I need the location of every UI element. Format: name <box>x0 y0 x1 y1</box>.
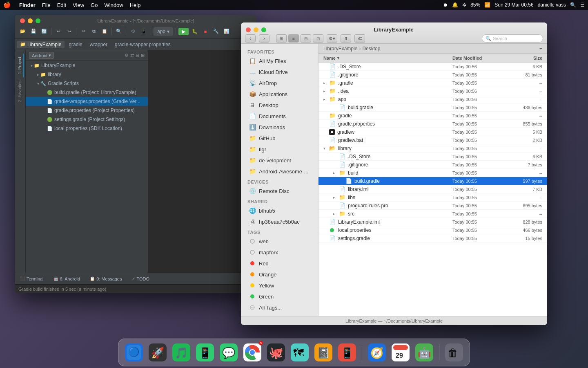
menubar-file[interactable]: File <box>42 2 51 8</box>
sidebar-item-development[interactable]: 📁 de-velopment <box>243 155 316 166</box>
dock-messages[interactable]: 💬 <box>218 342 239 363</box>
menubar-view[interactable]: View <box>73 2 84 8</box>
menubar-notification[interactable]: 🔔 <box>452 2 458 8</box>
menubar-edit[interactable]: Edit <box>57 2 66 8</box>
as-stop-btn[interactable]: ■ <box>201 27 210 36</box>
tree-item-build-gradle-proj[interactable]: 🟢 build.gradle (Project: LibraryExample) <box>26 88 148 97</box>
finder-back-button[interactable]: ‹ <box>245 34 256 43</box>
dock-chrome[interactable]: 5 <box>242 342 263 363</box>
as-debug-btn[interactable]: 🐛 <box>190 27 199 36</box>
menubar-finder[interactable]: Finder <box>19 2 36 8</box>
menubar-bluetooth[interactable]: ✲ <box>462 2 466 8</box>
dock-finder[interactable]: 🔵 <box>123 342 145 363</box>
file-row-library-iml[interactable]: 📄 library.iml Today 00:55 7 KB <box>318 185 547 193</box>
finder-minimize-button[interactable] <box>254 27 258 32</box>
file-row-ds-store[interactable]: 📄 .DS_Store Today 00:56 6 KB <box>318 63 547 71</box>
as-copy-btn[interactable]: ⧉ <box>89 27 98 36</box>
as-sdk-btn[interactable]: 📱 <box>139 27 148 36</box>
as-tab-project[interactable]: 1: Project <box>16 54 24 77</box>
path-desktop[interactable]: Desktop <box>362 46 380 52</box>
file-row-libs[interactable]: ▸ 📁 libs Today 00:55 -- <box>318 193 547 202</box>
menubar-notif-center[interactable]: ☰ <box>580 2 585 8</box>
sidebar-item-tigr[interactable]: 📁 tigr <box>243 144 316 155</box>
file-row-gitignore[interactable]: 📄 .gitignore Today 00:55 81 bytes <box>318 71 547 79</box>
menubar-search[interactable]: 🔍 <box>570 2 576 8</box>
menubar-help[interactable]: Help <box>130 2 141 8</box>
tree-item-settings-gradle[interactable]: 🟢 settings.gradle (Project Settings) <box>26 115 148 124</box>
file-row-gradlew[interactable]: ■ gradlew Today 00:55 5 KB <box>318 128 547 136</box>
dock-mango[interactable]: 📱 <box>336 342 358 363</box>
as-tab-favorites[interactable]: 2: Favorites <box>16 77 24 105</box>
dock-android-studio[interactable]: 🤖 <box>414 342 435 363</box>
finder-gallery-view-btn[interactable]: ⊡ <box>313 34 323 43</box>
file-row-settings-gradle[interactable]: 📄 settings.gradle Today 00:55 15 bytes <box>318 234 547 242</box>
as-app-selector[interactable]: app▾ <box>154 27 173 36</box>
sidebar-item-remote-disc[interactable]: 💿 Remote Disc <box>243 186 316 196</box>
dock-launchpad[interactable]: 🚀 <box>147 342 168 363</box>
col-name[interactable]: Name ▾ <box>318 56 449 61</box>
finder-search-box[interactable]: 🔍 Search <box>482 34 543 43</box>
col-size[interactable]: Size <box>510 56 547 61</box>
sidebar-item-downloads[interactable]: ⬇️ Downloads <box>243 122 316 132</box>
finder-close-button[interactable] <box>246 27 251 32</box>
as-tab-todo[interactable]: ✓ TODO <box>130 276 151 282</box>
sidebar-item-tag-yellow[interactable]: Yellow <box>243 280 316 291</box>
sidebar-item-tag-green[interactable]: Green <box>243 291 316 302</box>
as-tab-android[interactable]: 🤖 6: Android <box>52 276 82 282</box>
as-struct-btn[interactable]: ⚙ <box>129 27 138 36</box>
file-row-build-gradle-app[interactable]: 📄 build.gradle Today 00:55 436 bytes <box>318 103 547 112</box>
dock-sketchbook[interactable]: 📓 <box>313 342 334 363</box>
as-minimize-button[interactable] <box>28 18 33 23</box>
dock-spotify[interactable]: 🎵 <box>171 342 192 363</box>
tree-item-library[interactable]: ▸ 📁 library <box>26 70 148 79</box>
as-maximize-button[interactable] <box>36 18 40 23</box>
sidebar-item-android-awesome[interactable]: 📁 Android-Awesome-... <box>243 166 316 177</box>
as-profile-btn[interactable]: 📊 <box>222 27 231 36</box>
tree-item-gradle-props[interactable]: 📄 gradle.properties (Project Properties) <box>26 106 148 115</box>
file-row-library-gitignore[interactable]: 📄 .gitignore Today 00:55 7 bytes <box>318 161 547 169</box>
as-paste-btn[interactable]: 📋 <box>100 27 109 36</box>
tree-item-gradle-wrapper-props[interactable]: 📄 gradle-wrapper.properties (Gradle Ver.… <box>26 97 148 106</box>
menubar-go[interactable]: Go <box>91 2 98 8</box>
as-android-dropdown[interactable]: Android▾ <box>29 52 54 59</box>
finder-column-view-btn[interactable]: ⊟ <box>301 34 311 43</box>
as-tab-terminal[interactable]: ⬛ Terminal <box>18 276 45 282</box>
sidebar-item-desktop[interactable]: 🖥 Desktop <box>243 100 316 110</box>
as-panel-sync[interactable]: ⇄ <box>130 53 134 58</box>
sidebar-item-all-my-files[interactable]: 📋 All My Files <box>243 56 316 66</box>
as-close-button[interactable] <box>20 18 25 23</box>
sidebar-item-tag-web[interactable]: web <box>243 236 316 247</box>
tree-item-gradle-scripts[interactable]: ▾ 🔧 Gradle Scripts <box>26 79 148 88</box>
dock-maps[interactable]: 🗺 <box>289 342 310 363</box>
as-cut-btn[interactable]: ✂ <box>79 27 88 36</box>
sidebar-item-all-tags[interactable]: ••• All Tags... <box>243 302 316 313</box>
as-run-button[interactable]: ▶ <box>178 28 189 35</box>
menubar-user[interactable]: danielle vass <box>538 2 566 8</box>
as-editor[interactable] <box>148 50 245 273</box>
as-save-btn[interactable]: 💾 <box>29 27 38 36</box>
as-search-btn[interactable]: 🔍 <box>114 27 123 36</box>
sidebar-item-tag-orange[interactable]: Orange <box>243 269 316 280</box>
as-gradle-btn[interactable]: 🔧 <box>212 27 220 36</box>
as-undo-btn[interactable]: ↩ <box>54 27 63 36</box>
path-libraryexample[interactable]: LibraryExample <box>323 46 357 52</box>
menubar-window[interactable]: Window <box>104 2 123 8</box>
file-row-src[interactable]: ▸ 📁 src Today 00:55 -- <box>318 210 547 218</box>
sidebar-item-airdrop[interactable]: 📡 AirDrop <box>243 78 316 88</box>
as-redo-btn[interactable]: ↪ <box>65 27 74 36</box>
sidebar-item-bthub5[interactable]: 🌐 bthub5 <box>243 205 316 216</box>
file-row-library-build[interactable]: ▸ 📁 build Today 00:55 -- <box>318 169 547 177</box>
as-tab-messages[interactable]: 📋 0: Messages <box>88 276 123 282</box>
finder-list-view-btn[interactable]: ≡ <box>288 34 299 43</box>
file-row-build-gradle-selected[interactable]: 📄 build.gradle Today 00:55 597 bytes <box>318 177 547 185</box>
breadcrumb-gradle[interactable]: gradle <box>65 41 85 48</box>
sidebar-item-documents[interactable]: 📄 Documents <box>243 111 316 121</box>
as-open-btn[interactable]: 📂 <box>18 27 27 36</box>
sidebar-item-hp38eaa[interactable]: 🖨 hp38eaa7c5b0ac <box>243 216 316 227</box>
col-modified[interactable]: Date Modified <box>449 56 510 61</box>
file-row-app[interactable]: ▸ 📁 app Today 00:56 -- <box>318 95 547 103</box>
tree-item-libraryexample[interactable]: ▾ 📁 LibraryExample <box>26 61 148 70</box>
tree-item-local-properties[interactable]: 📄 local.properties (SDK Location) <box>26 124 148 133</box>
finder-new-folder-btn[interactable]: + <box>539 46 542 52</box>
finder-tag-btn[interactable]: 🏷 <box>354 34 365 43</box>
